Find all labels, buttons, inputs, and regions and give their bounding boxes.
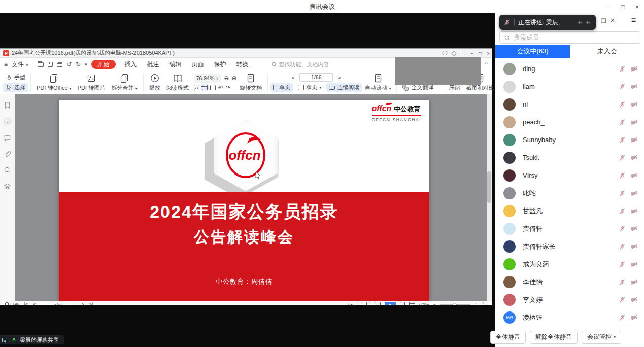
hand-tool-button[interactable]: 手型 [3, 73, 28, 82]
fit-page-icon[interactable]: 1:1 [194, 85, 199, 90]
participant-row[interactable]: Sunnybaby [495, 131, 644, 149]
print-icon[interactable] [57, 63, 62, 67]
rotate-right-icon[interactable]: ↷ [226, 84, 231, 91]
continuous-icon[interactable] [357, 302, 362, 305]
status-page-input[interactable]: 1/66 [41, 302, 76, 305]
continuous-read-button[interactable]: 连续阅读 [326, 83, 362, 92]
undo-icon[interactable]: ↺ [66, 61, 72, 68]
menu-tab-home-active[interactable]: 开始 [91, 60, 116, 69]
pin-icon[interactable] [452, 51, 457, 56]
pdf-maximize-icon[interactable]: □ [479, 51, 482, 56]
menu-tab-2[interactable]: 批注 [142, 60, 164, 69]
thumbnails-icon[interactable] [4, 118, 11, 125]
rotate-document-button[interactable]: 旋转文档 [236, 72, 265, 93]
pdf-to-image-button[interactable]: PDF转图片 [75, 72, 109, 93]
menu-tab-5[interactable]: 保护 [209, 60, 231, 69]
single-page-button[interactable]: 单页 [270, 83, 293, 92]
status-zoom-level[interactable]: 77%▾ [418, 302, 429, 305]
zoom-level-select[interactable]: 76.94%∨ [194, 74, 221, 83]
double-page-button[interactable]: 双页▾ [295, 83, 324, 92]
read-mode-button[interactable]: 阅读模式 [163, 72, 192, 93]
menu-file[interactable]: 文件 ∨ [12, 60, 29, 69]
participant-row[interactable]: 龚倚轩家长 [495, 237, 644, 255]
close-panel-icon[interactable]: × [611, 16, 615, 24]
single-page-icon[interactable] [366, 302, 370, 305]
menu-tab-6[interactable]: 转换 [231, 60, 254, 69]
meeting-control-button[interactable]: 会议管控▾ [582, 331, 621, 344]
collapse-toolbar-icon[interactable]: ^ [485, 61, 488, 67]
rotate-left-icon[interactable]: ↶ [218, 84, 223, 91]
participant-row[interactable]: liam [495, 78, 644, 95]
fit-window-icon[interactable] [400, 302, 405, 305]
participant-list[interactable]: dingliamnlpeach_SunnybabyTsuki.VIrsy叱咤甘益… [495, 60, 644, 326]
info-icon[interactable]: ⓘ [442, 50, 447, 57]
participant-row[interactable]: ding [495, 60, 644, 78]
zoom-plus-icon[interactable]: + [474, 302, 477, 305]
pdf-close-icon[interactable]: × [487, 51, 490, 56]
last-page-icon[interactable]: >| [89, 302, 93, 305]
next-page-icon[interactable]: > [335, 75, 343, 81]
attachments-icon[interactable] [4, 150, 11, 158]
participant-row[interactable]: 戒为良药 [495, 255, 644, 273]
member-search[interactable] [499, 31, 640, 44]
participant-row[interactable]: 栖钰凌栖钰 [495, 308, 644, 326]
minimize-icon[interactable]: − [607, 3, 611, 11]
zoom-out-icon[interactable]: ⊖ [224, 75, 229, 82]
fit-visible-icon[interactable] [210, 85, 216, 90]
status-play-button[interactable]: ▶ [385, 302, 396, 305]
menu-tab-3[interactable]: 编辑 [164, 60, 187, 69]
open-file-icon[interactable] [38, 62, 44, 67]
panel-tab-0[interactable]: 会议中(63) [495, 45, 570, 58]
zoom-in-icon[interactable]: ⊕ [231, 75, 236, 82]
select-tool-button[interactable]: 选择 [3, 83, 28, 92]
save-icon[interactable] [48, 62, 53, 67]
bookmarks-icon[interactable] [4, 101, 11, 109]
popout-panel-icon[interactable]: ❏ [601, 17, 606, 24]
prev-page-icon-status[interactable]: < [33, 302, 36, 305]
background-mode-icon[interactable]: ☼▾ [347, 302, 353, 305]
fullscreen-icon[interactable]: ⌃⌄ [481, 302, 487, 305]
next-page-icon-status[interactable]: > [81, 302, 84, 305]
stamps-icon[interactable] [4, 166, 11, 174]
page-number-input[interactable]: 1/66 [299, 73, 333, 82]
comments-icon[interactable] [4, 134, 11, 142]
restore-icon[interactable]: □ [621, 3, 625, 11]
participant-row[interactable]: 李佳怡 [495, 273, 644, 291]
participant-row[interactable]: 叱咤 [495, 184, 644, 202]
auto-scroll-button[interactable]: 自动滚动 ▾ [362, 72, 394, 93]
zoom-slider[interactable] [440, 304, 470, 305]
fit-width-icon[interactable] [202, 85, 208, 90]
participant-row[interactable]: VIrsy [495, 166, 644, 184]
layers-icon[interactable] [4, 183, 11, 190]
mute-all-button[interactable]: 全体静音 [490, 331, 526, 344]
double-page-icon[interactable] [375, 302, 381, 305]
pdf-vertical-scrollbar[interactable] [487, 94, 492, 301]
panel-menu-icon[interactable]: ≡ [631, 16, 636, 25]
toc-button[interactable]: 目录 [5, 302, 19, 305]
participant-row[interactable]: 甘益凡 [495, 202, 644, 220]
participant-row[interactable]: peach_ [495, 113, 644, 131]
find-in-document[interactable]: 查找功能、文档内容 [271, 61, 329, 68]
fit-width-status-icon[interactable] [409, 302, 414, 305]
prev-page-icon[interactable]: < [290, 75, 297, 81]
pdf-document-area[interactable]: offcn 中公教育 OFFCN·SHANGHAI offcn [0, 94, 492, 301]
participant-row[interactable]: 李文婷 [495, 291, 644, 308]
toolbar-options-icon[interactable]: ▾ [85, 62, 87, 67]
participant-row[interactable]: 龚倚轩 [495, 220, 644, 237]
member-search-input[interactable] [514, 34, 636, 41]
participant-row[interactable]: Tsuki. [495, 149, 644, 166]
scrollbar-thumb[interactable] [487, 171, 491, 203]
participant-row[interactable]: nl [495, 95, 644, 113]
play-slideshow-button[interactable]: 播放 [146, 72, 163, 93]
zoom-minus-icon[interactable]: − [433, 302, 435, 305]
redo-icon[interactable]: ↻ [76, 61, 81, 68]
main-menu-icon[interactable]: ≡ [4, 61, 8, 68]
pdf-to-office-button[interactable]: PDF转Office ▾ [33, 72, 75, 93]
display-mode-icon[interactable] [461, 52, 465, 55]
menu-tab-1[interactable]: 插入 [120, 60, 142, 69]
close-icon[interactable]: × [635, 3, 639, 11]
panel-tab-1[interactable]: 未入会 [570, 45, 644, 58]
first-page-icon[interactable]: |< [24, 302, 28, 305]
pdf-minimize-icon[interactable]: − [470, 51, 473, 56]
menu-tab-4[interactable]: 页面 [187, 60, 209, 69]
